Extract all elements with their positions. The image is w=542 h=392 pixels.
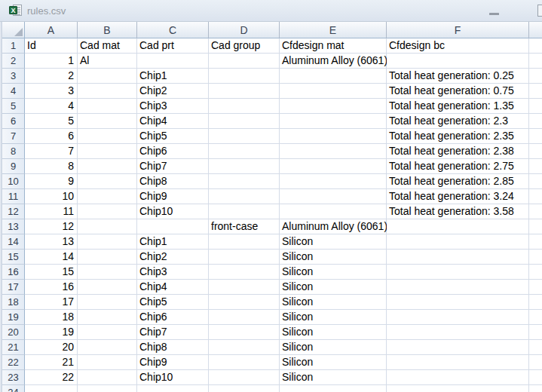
cell-E4[interactable]	[280, 84, 387, 99]
cell-C1[interactable]: Cad prt	[137, 38, 209, 54]
cell-C21[interactable]: Chip8	[137, 340, 209, 355]
cell-E16[interactable]: Silicon	[280, 265, 387, 280]
cell-B19[interactable]	[78, 310, 137, 325]
cell-C5[interactable]: Chip3	[137, 99, 209, 114]
cell-F4[interactable]: Total heat generation: 0.75	[387, 84, 529, 99]
cell-A5[interactable]: 4	[25, 99, 78, 114]
cell-C7[interactable]: Chip5	[137, 129, 209, 144]
row-header-23[interactable]: 23	[2, 370, 25, 385]
row-header-3[interactable]: 3	[2, 69, 25, 84]
cell-D8[interactable]	[209, 144, 280, 159]
cell-E24[interactable]	[280, 385, 387, 392]
cell-D2[interactable]	[209, 54, 280, 69]
cell-G20[interactable]	[529, 325, 542, 340]
cell-C23[interactable]: Chip10	[137, 370, 209, 385]
row-header-11[interactable]: 11	[2, 189, 25, 204]
cell-A22[interactable]: 21	[25, 355, 78, 370]
row-header-12[interactable]: 12	[2, 204, 25, 219]
cell-F14[interactable]	[387, 234, 529, 250]
cell-D19[interactable]	[209, 310, 280, 325]
cell-C17[interactable]: Chip4	[137, 280, 209, 295]
cell-B16[interactable]	[78, 265, 137, 280]
cell-C10[interactable]: Chip8	[137, 174, 209, 189]
cell-D6[interactable]	[209, 114, 280, 129]
cell-B22[interactable]	[78, 355, 137, 370]
cell-F1[interactable]: Cfdesign bc	[387, 38, 529, 54]
cell-G24[interactable]	[529, 385, 542, 392]
cell-D17[interactable]	[209, 280, 280, 295]
cell-F3[interactable]: Total heat generation: 0.25	[387, 69, 529, 84]
cell-B3[interactable]	[78, 69, 137, 84]
cell-D12[interactable]	[209, 204, 280, 219]
cell-D22[interactable]	[209, 355, 280, 370]
cell-G7[interactable]	[529, 129, 542, 144]
row-header-21[interactable]: 21	[2, 340, 25, 355]
cell-A6[interactable]: 5	[25, 114, 78, 129]
cell-C9[interactable]: Chip7	[137, 159, 209, 174]
cell-D16[interactable]	[209, 265, 280, 280]
row-header-22[interactable]: 22	[2, 355, 25, 370]
cell-D15[interactable]	[209, 250, 280, 265]
cell-C2[interactable]	[137, 54, 209, 69]
cell-G5[interactable]	[529, 99, 542, 114]
column-header-D[interactable]: D	[209, 22, 280, 38]
cell-C15[interactable]: Chip2	[137, 250, 209, 265]
cell-C14[interactable]: Chip1	[137, 234, 209, 250]
cell-B14[interactable]	[78, 234, 137, 250]
cell-C16[interactable]: Chip3	[137, 265, 209, 280]
cell-E1[interactable]: Cfdesign mat	[280, 38, 387, 54]
cell-E3[interactable]	[280, 69, 387, 84]
cell-B4[interactable]	[78, 84, 137, 99]
minimize-button[interactable]	[483, 4, 504, 17]
cell-A3[interactable]: 2	[25, 69, 78, 84]
excel-workbook-icon[interactable]: X	[9, 5, 23, 17]
cell-D4[interactable]	[209, 84, 280, 99]
cell-B7[interactable]	[78, 129, 137, 144]
cell-D11[interactable]	[209, 189, 280, 204]
cell-C3[interactable]: Chip1	[137, 69, 209, 84]
cell-D5[interactable]	[209, 99, 280, 114]
cell-E22[interactable]: Silicon	[280, 355, 387, 370]
row-header-16[interactable]: 16	[2, 265, 25, 280]
cell-A7[interactable]: 6	[25, 129, 78, 144]
row-header-20[interactable]: 20	[2, 325, 25, 340]
column-header-partial[interactable]	[529, 22, 542, 38]
cell-D9[interactable]	[209, 159, 280, 174]
row-header-14[interactable]: 14	[2, 234, 25, 250]
row-header-4[interactable]: 4	[2, 84, 25, 99]
cell-A23[interactable]: 22	[25, 370, 78, 385]
column-header-F[interactable]: F	[387, 22, 529, 38]
cell-F21[interactable]	[387, 340, 529, 355]
cell-B15[interactable]	[78, 250, 137, 265]
cell-F5[interactable]: Total heat generation: 1.35	[387, 99, 529, 114]
cell-G2[interactable]	[529, 54, 542, 69]
cell-B2[interactable]: Al	[78, 54, 137, 69]
cell-B10[interactable]	[78, 174, 137, 189]
cell-B11[interactable]	[78, 189, 137, 204]
cell-G21[interactable]	[529, 340, 542, 355]
cell-A14[interactable]: 13	[25, 234, 78, 250]
cell-E13[interactable]: Aluminum Alloy (6061)	[280, 219, 387, 234]
cell-E19[interactable]: Silicon	[280, 310, 387, 325]
cell-F20[interactable]	[387, 325, 529, 340]
cell-D1[interactable]: Cad group	[209, 38, 280, 54]
column-header-C[interactable]: C	[137, 22, 209, 38]
cell-E23[interactable]: Silicon	[280, 370, 387, 385]
row-header-13[interactable]: 13	[2, 219, 25, 234]
cell-B17[interactable]	[78, 280, 137, 295]
cell-E17[interactable]: Silicon	[280, 280, 387, 295]
cell-B6[interactable]	[78, 114, 137, 129]
cell-E21[interactable]: Silicon	[280, 340, 387, 355]
cell-G6[interactable]	[529, 114, 542, 129]
cell-C8[interactable]: Chip6	[137, 144, 209, 159]
cell-F6[interactable]: Total heat generation: 2.3	[387, 114, 529, 129]
cell-C12[interactable]: Chip10	[137, 204, 209, 219]
cell-E8[interactable]	[280, 144, 387, 159]
row-header-17[interactable]: 17	[2, 280, 25, 295]
cell-A18[interactable]: 17	[25, 295, 78, 310]
cell-F17[interactable]	[387, 280, 529, 295]
row-header-6[interactable]: 6	[2, 114, 25, 129]
row-header-8[interactable]: 8	[2, 144, 25, 159]
cell-G12[interactable]	[529, 204, 542, 219]
cell-C19[interactable]: Chip6	[137, 310, 209, 325]
